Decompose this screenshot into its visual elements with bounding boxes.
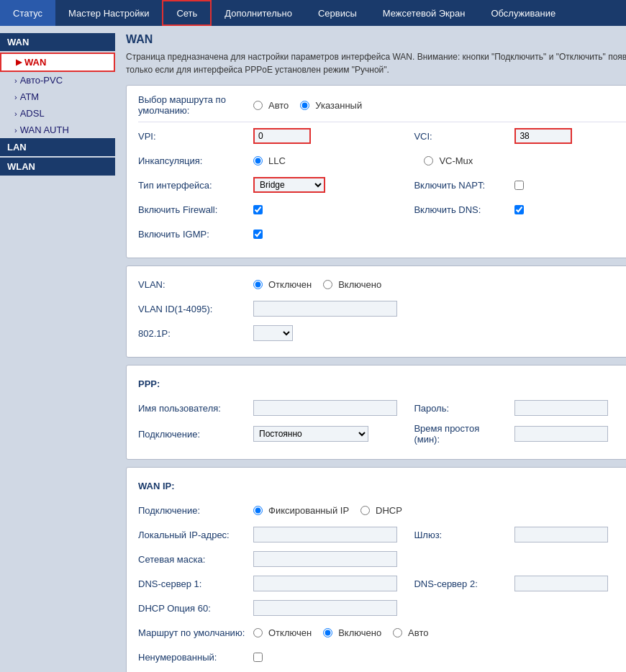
card-wan-ip: WAN IP: Подключение: Фиксированный IP DH… xyxy=(126,467,626,672)
local-ip-input[interactable] xyxy=(253,527,397,542)
vlan-label: VLAN: xyxy=(138,279,253,290)
vlan-disabled-label[interactable]: Отключен xyxy=(253,279,312,290)
wan-connection-label: Подключение: xyxy=(138,505,253,516)
vlan-id-input[interactable] xyxy=(253,301,397,317)
nav-firewall[interactable]: Межсетевой Экран xyxy=(370,0,478,26)
default-route-label: Маршрут по умолчанию: xyxy=(138,627,253,638)
dns-group: Включить DNS: xyxy=(414,204,626,215)
llc-label[interactable]: LLC xyxy=(253,155,286,166)
sidebar-section-wlan[interactable]: WLAN xyxy=(0,158,115,176)
vlan-enabled-label[interactable]: Включено xyxy=(323,279,381,290)
username-input[interactable] xyxy=(253,400,397,416)
napt-checkbox[interactable] xyxy=(514,181,524,190)
dhcp-radio[interactable] xyxy=(360,506,370,515)
route-auto-radio[interactable] xyxy=(393,628,402,637)
nav-network[interactable]: Сеть xyxy=(162,0,212,26)
vlan-id-row: VLAN ID(1-4095): xyxy=(138,299,626,318)
dns2-group: DNS-сервер 2: xyxy=(414,576,626,591)
subnet-mask-label: Сетевая маска: xyxy=(138,554,253,565)
routing-specified-label[interactable]: Указанный xyxy=(300,100,362,111)
interface-type-value: Bridge PPPoE IPoE xyxy=(253,177,414,193)
dns-enable-checkbox[interactable] xyxy=(514,205,524,214)
vlan-disabled-radio[interactable] xyxy=(253,280,263,289)
nav-master[interactable]: Мастер Настройки xyxy=(55,0,162,26)
sidebar-item-wan[interactable]: ▶ WAN xyxy=(0,53,115,72)
wan-connection-value: Фиксированный IP DHCP xyxy=(253,505,626,516)
dhcp-opt60-input[interactable] xyxy=(253,600,397,616)
ppp-header-row: PPP: xyxy=(138,374,626,393)
route-disabled-radio[interactable] xyxy=(253,628,263,637)
sidebar-item-adsl[interactable]: › ADSL xyxy=(0,105,115,122)
default-route-radio-group: Отключен Включено Авто xyxy=(253,627,428,638)
dns2-label: DNS-сервер 2: xyxy=(414,578,507,589)
route-disabled-label[interactable]: Отключен xyxy=(253,627,312,638)
wan-connection-row: Подключение: Фиксированный IP DHCP xyxy=(138,501,626,519)
unnumbered-row: Ненумерованный: xyxy=(138,648,626,666)
dot1p-select[interactable] xyxy=(253,325,293,341)
route-enabled-label[interactable]: Включено xyxy=(323,627,381,638)
route-auto-label[interactable]: Авто xyxy=(393,627,428,638)
vpi-input[interactable] xyxy=(253,128,311,144)
dns1-row: DNS-сервер 1: DNS-сервер 2: xyxy=(138,574,626,593)
password-group: Пароль: xyxy=(414,400,626,416)
encapsulation-row: Инкапсуляция: LLC VC-Mux xyxy=(138,151,626,170)
vcmux-label[interactable]: VC-Mux xyxy=(414,155,473,166)
firewall-row: Включить Firewall: Включить DNS: xyxy=(138,200,626,219)
card-ppp: PPP: Имя пользователя: Пароль: Подключен… xyxy=(126,365,626,460)
sidebar-item-wan-auth[interactable]: › WAN AUTH xyxy=(0,122,115,138)
gateway-group: Шлюз: xyxy=(414,527,626,542)
llc-radio[interactable] xyxy=(253,156,263,165)
vlan-enabled-radio[interactable] xyxy=(323,280,332,289)
routing-specified-radio[interactable] xyxy=(300,101,309,110)
idle-time-input[interactable] xyxy=(514,426,608,442)
encapsulation-value: LLC xyxy=(253,155,414,166)
sidebar-item-auto-pvc[interactable]: › Авто-PVC xyxy=(0,72,115,88)
gateway-input[interactable] xyxy=(514,527,608,542)
default-route-row: Маршрут по умолчанию: Отключен Включено … xyxy=(138,623,626,642)
connection-row: Подключение: Постоянно По требованию Вру… xyxy=(138,423,626,445)
nav-status[interactable]: Статус xyxy=(0,0,55,26)
vcmux-radio[interactable] xyxy=(424,156,433,165)
encap-radio-group: LLC xyxy=(253,155,286,166)
dns1-input[interactable] xyxy=(253,576,397,591)
route-enabled-radio[interactable] xyxy=(323,628,332,637)
vlan-id-label: VLAN ID(1-4095): xyxy=(138,304,253,314)
password-input[interactable] xyxy=(514,400,608,416)
firewall-checkbox[interactable] xyxy=(253,205,263,214)
arrow-icon: › xyxy=(14,76,17,85)
igmp-checkbox[interactable] xyxy=(253,230,263,239)
fixed-ip-label[interactable]: Фиксированный IP xyxy=(253,505,349,516)
unnumbered-checkbox[interactable] xyxy=(253,653,263,662)
sidebar-item-atm[interactable]: › ATM xyxy=(0,88,115,105)
unnumbered-label: Ненумерованный: xyxy=(138,652,253,663)
vci-group: VCI: xyxy=(414,128,626,144)
vci-label: VCI: xyxy=(414,131,507,142)
subnet-mask-input[interactable] xyxy=(253,551,397,567)
routing-auto-label[interactable]: Авто xyxy=(253,100,289,111)
routing-auto-radio[interactable] xyxy=(253,101,263,110)
subnet-mask-value xyxy=(253,551,626,567)
nav-maintenance[interactable]: Обслуживание xyxy=(478,0,568,26)
dot1p-value xyxy=(253,325,626,341)
connection-label: Подключение: xyxy=(138,429,253,440)
sidebar-section-lan[interactable]: LAN xyxy=(0,138,115,156)
interface-type-row: Тип интерфейса: Bridge PPPoE IPoE Включи… xyxy=(138,176,626,194)
card-main-settings: Выбор маршрута по умолчанию: Авто Указан… xyxy=(126,85,626,258)
fixed-ip-radio[interactable] xyxy=(253,506,263,515)
idle-time-group: Время простоя (мин): xyxy=(414,423,626,445)
arrow-icon: › xyxy=(14,93,17,101)
dhcp-label[interactable]: DHCP xyxy=(360,505,402,516)
dns2-input[interactable] xyxy=(514,576,608,591)
dns1-value xyxy=(253,576,414,591)
connection-select[interactable]: Постоянно По требованию Вручную xyxy=(253,426,368,442)
nav-advanced[interactable]: Дополнительно xyxy=(212,0,305,26)
username-row: Имя пользователя: Пароль: xyxy=(138,399,626,417)
sidebar-section-wan[interactable]: WAN xyxy=(0,33,115,51)
username-label: Имя пользователя: xyxy=(138,403,253,414)
dns-enable-label: Включить DNS: xyxy=(414,204,507,215)
vci-input[interactable] xyxy=(514,128,572,144)
interface-type-select[interactable]: Bridge PPPoE IPoE xyxy=(253,177,325,193)
wan-ip-header-row: WAN IP: xyxy=(138,476,626,495)
firewall-value xyxy=(253,205,414,214)
nav-services[interactable]: Сервисы xyxy=(305,0,370,26)
